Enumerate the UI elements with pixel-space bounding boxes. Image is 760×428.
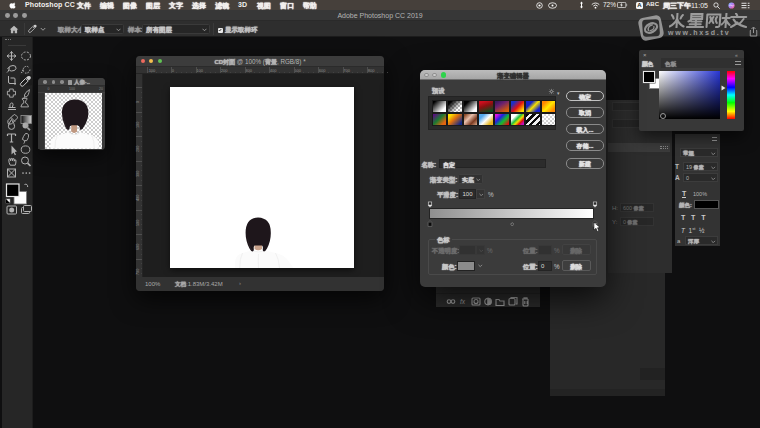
svg-text:fx: fx: [460, 298, 466, 305]
